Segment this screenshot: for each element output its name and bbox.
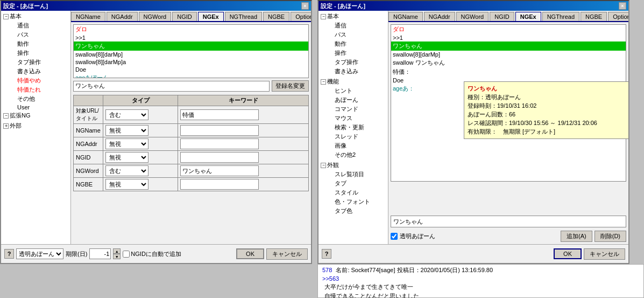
- tree-item-tokka-tare[interactable]: 特価たれ: [10, 85, 69, 94]
- left-cancel-button[interactable]: キャンセル: [266, 248, 308, 260]
- right-list-item-3[interactable]: swallow[8][darMp]: [391, 51, 626, 58]
- tab-ngex-right[interactable]: NGEx: [515, 12, 541, 22]
- right-list-item-0[interactable]: ダロ: [391, 25, 626, 34]
- ng-list-item-4[interactable]: swallow[8][darMp]a: [74, 58, 308, 66]
- select-ngword-type[interactable]: 含む: [105, 165, 148, 176]
- row-ngbe-keyword[interactable]: [178, 178, 309, 191]
- input-ngword-keyword[interactable]: [180, 165, 259, 176]
- tree-item-tokka-yame[interactable]: 特価やめ: [10, 76, 69, 85]
- tree-item-sonota[interactable]: その他: [10, 94, 69, 103]
- right-tree-tsushin[interactable]: 通信: [327, 21, 387, 30]
- right-tree-group-basic[interactable]: － 基本: [320, 12, 387, 21]
- select-ngbe-type[interactable]: 無視: [105, 179, 148, 190]
- right-tree-image[interactable]: 画像: [327, 141, 387, 150]
- row-ngword-type[interactable]: 含む: [103, 164, 178, 178]
- row-ngword-keyword[interactable]: [178, 164, 309, 178]
- right-ok-button[interactable]: OK: [554, 248, 582, 259]
- right-tree-dosa[interactable]: 動作: [327, 39, 387, 48]
- message-link-578[interactable]: 578: [322, 267, 332, 273]
- right-list-item-4[interactable]: swallow ワンちゃん: [391, 58, 626, 67]
- footer-period-input[interactable]: [89, 248, 111, 259]
- right-tree-hint[interactable]: ヒント: [327, 86, 387, 95]
- ng-list-item-1[interactable]: >>1: [74, 34, 308, 41]
- right-add-button[interactable]: 追加(A): [561, 231, 592, 242]
- right-tree-pass[interactable]: パス: [327, 30, 387, 39]
- right-transparent-checkbox[interactable]: [391, 233, 398, 240]
- tab-ngname-right[interactable]: NGName: [388, 12, 423, 21]
- tree-minus-kakucho[interactable]: －: [3, 113, 9, 119]
- right-tree-tab[interactable]: タブ: [327, 179, 387, 188]
- tab-ngid-left[interactable]: NGID: [172, 12, 197, 21]
- tab-option-right[interactable]: Option: [608, 12, 628, 21]
- footer-aboon-select[interactable]: 透明あぼーん: [16, 248, 63, 259]
- right-close-button[interactable]: ×: [619, 2, 626, 10]
- tab-ngword-right[interactable]: NGWord: [456, 12, 489, 21]
- tab-option-left[interactable]: Option: [291, 12, 311, 21]
- period-down-btn[interactable]: ▼: [113, 254, 121, 259]
- right-tree-group-gaikan[interactable]: － 外観: [320, 161, 387, 170]
- tree-item-dosa[interactable]: 動作: [10, 39, 69, 48]
- right-tree-kakikomi[interactable]: 書き込み: [327, 67, 387, 76]
- tree-item-kakikomi[interactable]: 書き込み: [10, 67, 69, 76]
- row-ngaddr-type[interactable]: 無視: [103, 137, 178, 151]
- tab-ngbe-left[interactable]: NGBE: [263, 12, 289, 21]
- right-tree-group-kino[interactable]: － 機能: [320, 77, 387, 86]
- tree-minus-basic[interactable]: －: [3, 14, 9, 19]
- tree-item-tab-sosa[interactable]: タブ操作: [10, 58, 69, 67]
- tab-ngthread-right[interactable]: NGThread: [542, 12, 579, 21]
- select-ngaddr-type[interactable]: 無視: [105, 138, 148, 149]
- row-ngbe-type[interactable]: 無視: [103, 178, 178, 191]
- tree-item-tsushin[interactable]: 通信: [10, 21, 69, 30]
- right-tree-sonota2[interactable]: その他2: [327, 150, 387, 160]
- right-name-input[interactable]: [391, 216, 626, 227]
- right-list-item-1[interactable]: >>1: [391, 34, 626, 41]
- right-tree-surelist[interactable]: スレ覧項目: [327, 170, 387, 179]
- right-tree-aborn[interactable]: あぼーん: [327, 95, 387, 105]
- right-tree-style[interactable]: スタイル: [327, 188, 387, 197]
- tab-ngthread-left[interactable]: NGThread: [225, 12, 262, 21]
- right-list-item-5[interactable]: 特価：: [391, 67, 626, 77]
- left-help-button[interactable]: ?: [4, 249, 14, 259]
- tree-group-basic[interactable]: － 基本: [2, 12, 69, 21]
- message-quote-link[interactable]: >>563: [322, 275, 339, 282]
- ngid-auto-checkbox[interactable]: [123, 251, 130, 258]
- tab-ngname-left[interactable]: NGName: [71, 12, 105, 21]
- select-ngid-type[interactable]: 無視: [105, 152, 148, 163]
- right-tree-sosa[interactable]: 操作: [327, 48, 387, 58]
- ng-list-item-2[interactable]: ワンちゃん: [74, 41, 308, 51]
- row-ngname-keyword[interactable]: [178, 124, 309, 137]
- right-tree-tab-color[interactable]: タブ色: [327, 206, 387, 216]
- select-url-type[interactable]: 含む: [105, 109, 148, 120]
- left-close-button[interactable]: ×: [301, 2, 309, 10]
- tab-ngaddr-left[interactable]: NGAddr: [107, 12, 138, 21]
- select-ngname-type[interactable]: 無視: [105, 125, 148, 136]
- right-delete-button[interactable]: 削除(D): [595, 231, 626, 242]
- right-tree-mouse[interactable]: マウス: [327, 114, 387, 123]
- name-input-left[interactable]: [73, 81, 270, 92]
- right-tree-minus-gaikan[interactable]: －: [321, 163, 326, 168]
- row-url-type[interactable]: 含む: [103, 106, 178, 124]
- right-tree-minus-basic[interactable]: －: [321, 14, 326, 19]
- tree-item-sosa[interactable]: 操作: [10, 48, 69, 58]
- row-ngaddr-keyword[interactable]: [178, 137, 309, 151]
- left-ok-button[interactable]: OK: [236, 248, 264, 259]
- tab-ngword-left[interactable]: NGWord: [139, 12, 172, 21]
- ng-list-item-0[interactable]: ダロ: [74, 25, 308, 34]
- right-cancel-button[interactable]: キャンセル: [584, 248, 625, 260]
- ng-list-item-6[interactable]: ageあぼーん: [74, 73, 308, 78]
- tab-ngbe-right[interactable]: NGBE: [581, 12, 607, 21]
- input-ngid-keyword[interactable]: [180, 152, 259, 163]
- right-help-button[interactable]: ?: [322, 249, 331, 259]
- tab-ngex-left[interactable]: NGEx: [198, 12, 224, 22]
- input-ngbe-keyword[interactable]: [180, 179, 259, 190]
- input-url-keyword[interactable]: [180, 109, 259, 120]
- period-up-btn[interactable]: ▲: [113, 248, 121, 254]
- right-tree-tab-sosa[interactable]: タブ操作: [327, 58, 387, 67]
- tree-group-kakucho[interactable]: － 拡張NG: [2, 111, 69, 120]
- tab-ngid-right[interactable]: NGID: [490, 12, 514, 21]
- right-tree-search[interactable]: 検索・更新: [327, 123, 387, 132]
- tree-minus-gaibou[interactable]: ＋: [3, 123, 9, 129]
- row-ngname-type[interactable]: 無視: [103, 124, 178, 137]
- right-tree-thread[interactable]: スレッド: [327, 132, 387, 141]
- row-ngid-type[interactable]: 無視: [103, 151, 178, 164]
